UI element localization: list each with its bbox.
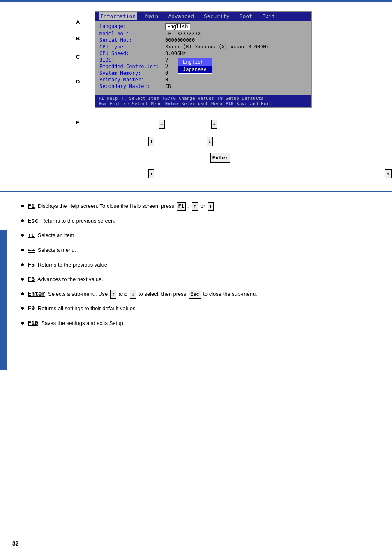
footer-row-2: Esc Exit ←→ Select Menu Enter Select▶Sub… xyxy=(99,101,308,106)
key-f9: F9 xyxy=(28,305,35,311)
enter-key: Enter xyxy=(210,153,230,163)
bios-value: V xyxy=(165,57,168,63)
marker-a: A xyxy=(76,19,80,25)
key-down-enter: ↓ xyxy=(130,290,136,299)
primary-label: Primary Master: xyxy=(99,77,165,83)
secondary-value: CD xyxy=(165,83,171,89)
cpu-type-value: Xxxxx (R) Xxxxxxx (X) xxxxx 0.00GHz xyxy=(165,44,269,50)
ec-value: V xyxy=(165,64,168,69)
language-dropdown[interactable]: English Japanese xyxy=(178,58,212,74)
key-enter: Enter xyxy=(28,290,45,297)
serial-value: 0000000000 xyxy=(165,37,195,43)
key-item-enter: ● Enter Selects a sub-menu. Use ↑ and ↓ … xyxy=(21,288,380,299)
cpu-type-row: CPU Type: Xxxxx (R) Xxxxxxx (X) xxxxx 0.… xyxy=(99,44,307,50)
key-f1: F1 xyxy=(28,203,35,209)
cpu-type-label: CPU Type: xyxy=(99,44,165,50)
desc-ud: ↑ ↓ xyxy=(12,137,380,146)
bottom-section: ● F1 Displays the Help screen. To close … xyxy=(0,192,392,338)
dropdown-japanese[interactable]: Japanese xyxy=(178,66,212,73)
key-lr-label: ←→ xyxy=(124,101,129,106)
nav-boot[interactable]: Boot xyxy=(238,12,254,20)
key-item-esc: ● Esc Returns to the previous screen. xyxy=(21,215,380,226)
up-arrow-key-1: ↑ xyxy=(148,137,154,146)
nav-exit[interactable]: Exit xyxy=(261,12,277,20)
memory-label: System Memory: xyxy=(99,70,165,76)
cpu-speed-value: 0.00GHz xyxy=(165,51,186,56)
key-ud-label: ↑↓ xyxy=(121,96,126,101)
key-f1-label: F1 xyxy=(99,96,104,101)
cpu-speed-row: CPU Speed: 0.00GHz xyxy=(99,51,307,56)
key-f10: F10 xyxy=(28,320,38,326)
marker-e: E xyxy=(76,120,80,126)
secondary-label: Secondary Master: xyxy=(99,83,165,89)
primary-value: 0 xyxy=(165,77,168,83)
language-value[interactable]: English xyxy=(165,23,190,30)
marker-b: B xyxy=(76,35,80,41)
down-arrow-key-2: ↓ xyxy=(148,169,154,178)
model-value: CF- XXXXXXXX xyxy=(165,31,201,37)
ec-label: Embedded Controller: xyxy=(99,64,165,69)
language-label: Language: xyxy=(99,23,165,29)
bios-footer: F1 Help ↑↓ Select Item F5/F6 Change Valu… xyxy=(95,95,311,107)
key-up-enter: ↑ xyxy=(110,290,116,299)
nav-advanced[interactable]: Advanced xyxy=(166,12,196,20)
up-arrow-key-2: ↑ xyxy=(385,169,391,178)
key-f5: F5 xyxy=(28,261,35,268)
down-arrow-key-1: ↓ xyxy=(207,137,213,146)
nav-security[interactable]: Security xyxy=(202,12,231,20)
bios-label: BIOS: xyxy=(99,57,165,63)
bios-nav-bar: Information Main Advanced Security Boot … xyxy=(95,12,311,21)
cpu-speed-label: CPU Speed: xyxy=(99,51,165,56)
key-esc: Esc xyxy=(28,217,38,224)
dropdown-english[interactable]: English xyxy=(178,58,212,66)
desc-enter: Enter xyxy=(12,153,380,163)
key-leftright: ←→ xyxy=(28,246,35,253)
language-row: Language: English xyxy=(99,23,307,30)
key-down-f1: ↓ xyxy=(208,202,214,211)
serial-label: Serial No.: xyxy=(99,37,165,43)
key-item-f1: ● F1 Displays the Help screen. To close … xyxy=(21,200,380,211)
marker-d: D xyxy=(76,78,80,85)
nav-information[interactable]: Information xyxy=(99,12,137,20)
key-item-f6: ● F6 Advances to the next value. xyxy=(21,274,380,284)
key-item-f9: ● F9 Returns all settings to their defau… xyxy=(21,303,380,313)
key-updown: ↑↓ xyxy=(28,232,35,238)
key-esc-enter: Esc xyxy=(189,290,201,299)
model-row: Model No.: CF- XXXXXXXX xyxy=(99,31,307,37)
key-esc-label: Esc xyxy=(99,101,107,106)
key-f5f6-label: F5/F6 xyxy=(162,96,176,101)
marker-c: C xyxy=(76,54,80,60)
key-item-f10: ● F10 Saves the settings and exits Setup… xyxy=(21,318,380,328)
desc-nav: ↓ ↑ xyxy=(12,169,380,178)
key-item-f5: ● F5 Returns to the previous value. xyxy=(21,259,380,270)
left-arrow-key: ← xyxy=(159,120,165,129)
bios-body: Language: English Model No.: CF- XXXXXXX… xyxy=(95,21,311,95)
memory-value: 0 xyxy=(165,70,168,76)
model-label: Model No.: xyxy=(99,31,165,37)
desc-lr: ← → xyxy=(12,120,380,129)
key-enter-label: Enter xyxy=(165,101,179,106)
serial-row: Serial No.: 0000000000 xyxy=(99,37,307,43)
right-arrow-key: → xyxy=(211,120,217,129)
key-f1-close: F1 xyxy=(177,202,186,211)
bios-panel: Information Main Advanced Security Boot … xyxy=(95,11,312,108)
key-up-f1: ↑ xyxy=(192,202,198,211)
key-f10-label: F10 xyxy=(226,101,234,106)
side-bar xyxy=(0,230,7,370)
page-number: 32 xyxy=(12,540,19,547)
key-item-lr: ● ←→ Selects a menu. xyxy=(21,244,380,255)
nav-main[interactable]: Main xyxy=(144,12,160,20)
key-f6: F6 xyxy=(28,276,35,282)
key-f9-label: F9 xyxy=(217,96,223,101)
footer-row-1: F1 Help ↑↓ Select Item F5/F6 Change Valu… xyxy=(99,96,308,101)
key-list: ● F1 Displays the Help screen. To close … xyxy=(21,200,380,328)
primary-row: Primary Master: 0 xyxy=(99,77,307,83)
secondary-row: Secondary Master: CD xyxy=(99,83,307,89)
arrows-section: ← → ↑ xyxy=(12,115,380,182)
key-item-ud: ● ↑↓ Selects an item. xyxy=(21,230,380,240)
